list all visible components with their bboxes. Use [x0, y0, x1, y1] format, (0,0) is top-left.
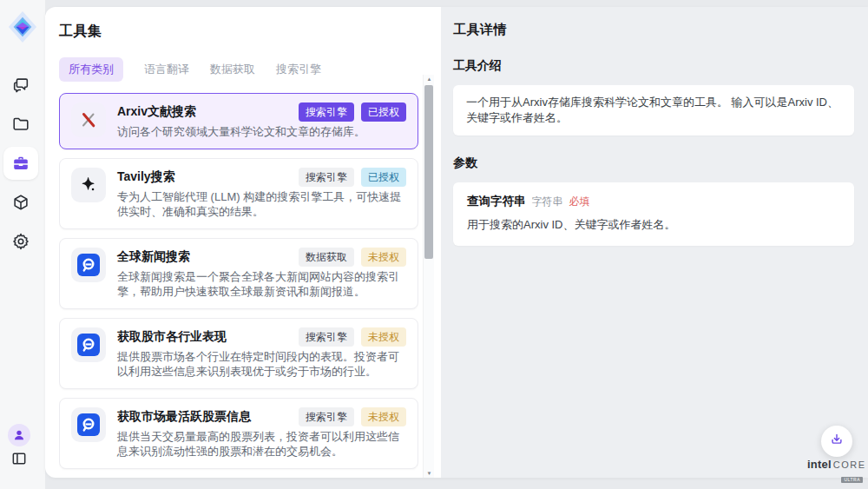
arxiv-x-icon — [71, 102, 106, 137]
tool-detail-panel: 工具详情 工具介绍 一个用于从Arxiv存储库搜索科学论文和文章的工具。 输入可… — [441, 7, 868, 478]
scrollbar-thumb[interactable] — [424, 85, 433, 259]
tab-3[interactable]: 搜索引擎 — [276, 57, 321, 82]
tab-1[interactable]: 语言翻译 — [144, 57, 189, 82]
sidebar-item-files[interactable] — [3, 108, 38, 141]
juhe-q-icon — [71, 327, 106, 362]
tool-name: 全球新闻搜索 — [117, 248, 190, 265]
gear-icon — [11, 232, 30, 251]
tool-description: 访问各个研究领域大量科学论文和文章的存储库。 — [117, 124, 406, 140]
intro-text: 一个用于从Arxiv存储库搜索科学论文和文章的工具。 输入可以是Arxiv ID… — [466, 95, 841, 126]
auth-status-badge: 未授权 — [361, 248, 406, 267]
category-badge: 搜索引擎 — [299, 168, 354, 187]
tool-list-panel: 工具集 所有类别语言翻译数据获取搜索引擎 Arxiv文献搜索 搜索引擎 已授权 … — [45, 7, 441, 478]
user-avatar[interactable] — [8, 424, 30, 446]
tool-name: 获取市场最活跃股票信息 — [117, 407, 251, 425]
sidebar-item-settings[interactable] — [3, 225, 38, 258]
category-badge: 搜索引擎 — [299, 407, 354, 426]
panel-toggle-icon — [10, 450, 28, 471]
sidebar-item-chat[interactable] — [3, 69, 38, 102]
main-content: 工具集 所有类别语言翻译数据获取搜索引擎 Arxiv文献搜索 搜索引擎 已授权 … — [45, 7, 868, 478]
tool-name: Arxiv文献搜索 — [117, 102, 196, 120]
tool-list-item-1[interactable]: Tavily搜索 搜索引擎 已授权 专为人工智能代理 (LLM) 构建的搜索引擎… — [59, 158, 418, 229]
auth-status-badge: 已授权 — [361, 168, 406, 187]
category-badge: 数据获取 — [299, 248, 354, 267]
tool-list-item-4[interactable]: 获取市场最活跃股票信息 搜索引擎 未授权 提供当天交易量最高的股票列表，投资者可… — [59, 398, 418, 469]
core-badge-text: ULTRA — [841, 477, 863, 483]
scrollbar-down-icon[interactable]: ▼ — [424, 469, 435, 478]
tool-list-item-2[interactable]: 全球新闻搜索 数据获取 未授权 全球新闻搜索是一个聚合全球各大新闻网站内容的搜索… — [59, 238, 418, 309]
sidebar-rail — [0, 0, 45, 489]
category-badge: 搜索引擎 — [299, 327, 354, 347]
tool-name: 获取股市各行业表现 — [117, 327, 227, 345]
juhe-q-icon — [71, 248, 106, 282]
tool-list: Arxiv文献搜索 搜索引擎 已授权 访问各个研究领域大量科学论文和文章的存储库… — [59, 93, 418, 478]
page-title: 工具集 — [59, 23, 441, 41]
auth-status-badge: 未授权 — [361, 327, 406, 347]
list-scrollbar[interactable]: ▲ ▼ — [423, 75, 434, 478]
param-name: 查询字符串 — [467, 194, 526, 209]
toolbox-icon — [11, 154, 30, 173]
intro-heading: 工具介绍 — [453, 58, 854, 74]
tool-list-item-5[interactable]: 万维地区新闻查询 搜索引擎 未授权 查询具体行政区划内的新闻，快速了解各地新闻动 — [59, 478, 418, 479]
category-badge: 搜索引擎 — [299, 102, 354, 122]
tool-list-item-3[interactable]: 获取股市各行业表现 搜索引擎 未授权 提供股票市场各个行业在特定时间段内的表现。… — [59, 318, 418, 389]
cube-icon — [11, 193, 30, 212]
tool-description: 提供当天交易量最高的股票列表，投资者可以利用这些信息来识别流动性强的股票和潜在的… — [117, 429, 406, 459]
param-description: 用于搜索的Arxiv ID、关键字或作者姓名。 — [467, 217, 840, 233]
download-button[interactable] — [821, 426, 852, 457]
sidebar-item-tools[interactable] — [3, 147, 38, 180]
tool-name: Tavily搜索 — [117, 168, 175, 185]
folder-icon — [11, 115, 30, 134]
tool-description: 全球新闻搜索是一个聚合全球各大新闻网站内容的搜索引擎，帮助用户快速获取全球最新资… — [117, 269, 406, 300]
tab-2[interactable]: 数据获取 — [210, 57, 255, 82]
tab-0[interactable]: 所有类别 — [59, 57, 123, 82]
category-tabs: 所有类别语言翻译数据获取搜索引擎 — [59, 57, 441, 82]
intel-core-logo: intelCORE ULTRA — [807, 458, 863, 483]
intel-brand-text: intel — [807, 458, 832, 471]
app-window: 工具集 所有类别语言翻译数据获取搜索引擎 Arxiv文献搜索 搜索引擎 已授权 … — [0, 0, 868, 489]
chat-icon — [11, 76, 30, 95]
param-type: 字符串 — [532, 195, 563, 209]
sidebar-item-models[interactable] — [3, 186, 38, 219]
param-card: 查询字符串 字符串 必填 用于搜索的Arxiv ID、关键字或作者姓名。 — [453, 182, 854, 246]
scrollbar-up-icon[interactable]: ▲ — [424, 75, 435, 83]
tool-description: 专为人工智能代理 (LLM) 构建的搜索引擎工具，可快速提供实时、准确和真实的结… — [117, 189, 406, 220]
intro-card: 一个用于从Arxiv存储库搜索科学论文和文章的工具。 输入可以是Arxiv ID… — [453, 85, 854, 135]
param-required-badge: 必填 — [569, 195, 590, 209]
detail-title: 工具详情 — [453, 22, 854, 38]
tavily-star-icon — [71, 168, 106, 202]
params-heading: 参数 — [453, 155, 854, 171]
panel-toggle-button[interactable] — [9, 450, 30, 471]
download-icon — [829, 432, 845, 451]
tool-description: 提供股票市场各个行业在特定时间段内的表现。投资者可以利用这些信息来识别表现优于或… — [117, 349, 406, 380]
juhe-q-icon — [71, 407, 106, 442]
app-logo — [8, 10, 37, 43]
core-brand-text: CORE — [833, 459, 866, 470]
auth-status-badge: 未授权 — [361, 407, 406, 426]
auth-status-badge: 已授权 — [361, 102, 406, 122]
tool-list-item-0[interactable]: Arxiv文献搜索 搜索引擎 已授权 访问各个研究领域大量科学论文和文章的存储库… — [59, 93, 418, 149]
